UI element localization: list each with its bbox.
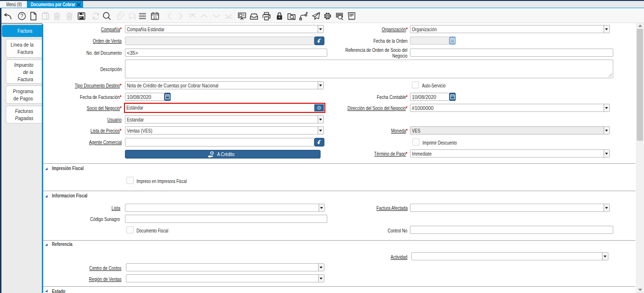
svg-text:?: ? [21, 13, 24, 19]
svg-text:31: 31 [153, 15, 157, 20]
